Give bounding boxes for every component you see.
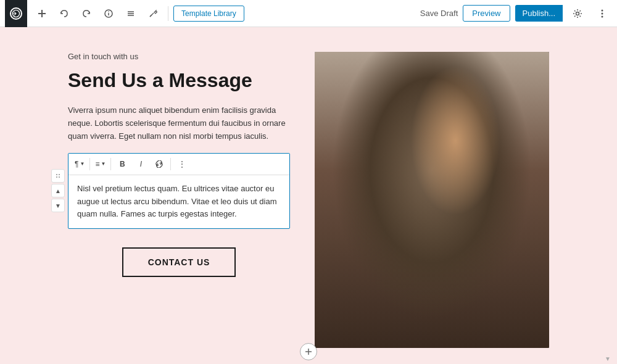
- svg-point-38: [506, 184, 531, 204]
- svg-point-16: [59, 176, 60, 178]
- redo-button[interactable]: [77, 4, 96, 23]
- page-content: Get in touch with us Send Us a Message V…: [31, 27, 586, 364]
- svg-point-25: [398, 126, 466, 206]
- toolbar-right: Save Draft Preview Publish...: [420, 4, 612, 23]
- svg-rect-17: [315, 52, 549, 348]
- canvas-area: Get in touch with us Send Us a Message V…: [0, 27, 617, 364]
- svg-point-9: [576, 12, 579, 15]
- eyebrow-text: Get in touch with us: [68, 52, 290, 61]
- dropdown-arrow: ▼: [80, 161, 85, 167]
- svg-point-12: [602, 15, 603, 17]
- svg-point-34: [338, 257, 415, 315]
- wp-logo: [5, 0, 27, 27]
- svg-point-26: [407, 117, 457, 147]
- publish-group: Publish...: [515, 5, 563, 22]
- undo-button[interactable]: [54, 4, 74, 23]
- paragraph-style-dropdown[interactable]: ¶ ▼: [72, 159, 87, 170]
- publish-button[interactable]: Publish...: [515, 5, 563, 22]
- svg-point-5: [108, 11, 109, 12]
- svg-point-27: [433, 115, 455, 134]
- svg-point-23: [395, 206, 469, 329]
- svg-point-21: [469, 89, 506, 114]
- svg-rect-19: [457, 52, 549, 348]
- paragraph-icon: ¶: [75, 160, 78, 168]
- svg-point-30: [415, 162, 424, 170]
- body-text-paragraph: Viverra ipsum nunc aliquet bibendum enim…: [68, 104, 290, 143]
- main-heading: Send Us a Message: [68, 68, 290, 92]
- link-button[interactable]: [151, 156, 168, 172]
- align-icon: ≡: [95, 160, 99, 168]
- scroll-down-arrow[interactable]: ▼: [605, 354, 611, 364]
- save-draft-button[interactable]: Save Draft: [420, 9, 458, 18]
- editor-text-content[interactable]: Nisl vel pretium lectus quam. Eu ultrice…: [68, 175, 289, 228]
- block-controls: ▲ ▼: [51, 169, 65, 212]
- svg-point-31: [439, 162, 449, 170]
- svg-point-22: [364, 206, 500, 348]
- contact-photo-svg: [315, 52, 549, 348]
- settings-button[interactable]: [568, 4, 587, 23]
- dropdown-arrow-2: ▼: [101, 161, 106, 167]
- contact-us-button[interactable]: CONTACT US: [122, 247, 236, 277]
- bold-button[interactable]: B: [114, 156, 131, 172]
- main-area: ▲ Get in touch with us Send Us a Message…: [0, 27, 617, 364]
- more-options-button[interactable]: [592, 4, 612, 23]
- svg-point-11: [602, 12, 603, 14]
- list-view-button[interactable]: [121, 4, 141, 23]
- add-block-toolbar-button[interactable]: [32, 4, 52, 23]
- more-editor-options[interactable]: ⋮: [173, 156, 191, 172]
- contact-image: [315, 52, 549, 348]
- svg-rect-33: [424, 175, 455, 180]
- wp-logo-icon: [10, 7, 22, 20]
- canvas-wrapper: ▲ Get in touch with us Send Us a Message…: [0, 27, 617, 364]
- svg-point-29: [444, 135, 463, 184]
- editor-toolbar: Template Library Save Draft Preview Publ…: [0, 0, 617, 27]
- svg-point-35: [349, 279, 386, 306]
- block-move-down-button[interactable]: ▼: [51, 199, 65, 212]
- block-move-up-button[interactable]: ▲: [51, 184, 65, 197]
- italic-button[interactable]: I: [132, 156, 149, 172]
- svg-point-20: [352, 107, 401, 144]
- template-library-button[interactable]: Template Library: [173, 6, 244, 22]
- toolbar-separator: [168, 6, 168, 21]
- editor-sep-1: [89, 158, 90, 170]
- editor-sep-2: [110, 158, 111, 170]
- svg-point-37: [341, 166, 362, 184]
- editor-inner-toolbar: ¶ ▼ ≡ ▼ B I: [68, 154, 289, 175]
- tools-button[interactable]: [143, 4, 163, 23]
- right-column: [315, 52, 549, 348]
- svg-point-15: [56, 176, 57, 178]
- left-column: Get in touch with us Send Us a Message V…: [68, 52, 290, 348]
- alignment-dropdown[interactable]: ≡ ▼: [93, 159, 108, 170]
- info-button[interactable]: [99, 4, 118, 23]
- contact-button-wrapper: CONTACT US: [68, 247, 290, 277]
- add-block-button[interactable]: [300, 343, 317, 360]
- svg-point-10: [602, 9, 603, 11]
- svg-point-13: [56, 174, 57, 175]
- svg-rect-24: [418, 175, 445, 212]
- text-editor-block[interactable]: ▲ ▼ ¶ ▼ ≡ ▼: [68, 153, 290, 229]
- svg-rect-32: [423, 175, 457, 215]
- svg-rect-18: [315, 52, 549, 348]
- svg-point-14: [59, 174, 60, 175]
- block-drag-button[interactable]: [51, 169, 65, 183]
- editor-sep-3: [170, 158, 171, 170]
- svg-point-28: [398, 132, 423, 188]
- svg-point-36: [498, 101, 527, 126]
- preview-button[interactable]: Preview: [463, 5, 510, 22]
